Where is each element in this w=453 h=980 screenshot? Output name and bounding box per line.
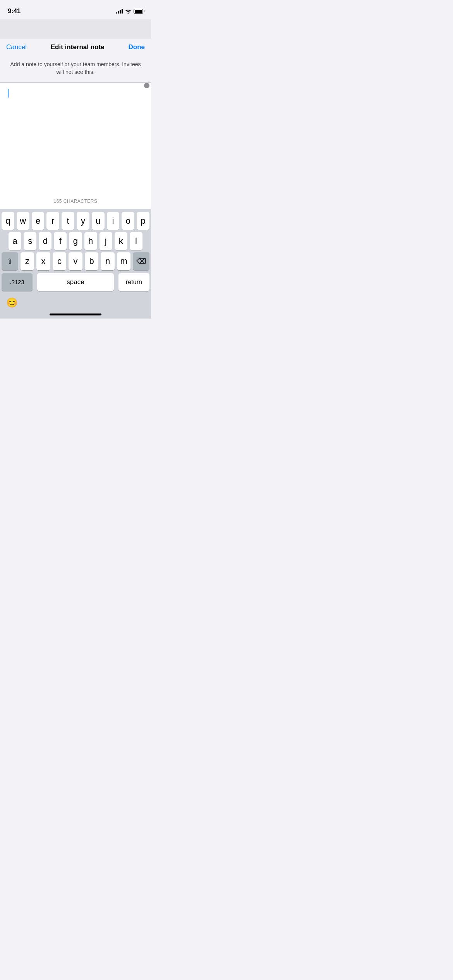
- key-e[interactable]: e: [32, 212, 45, 230]
- key-j[interactable]: j: [100, 232, 112, 250]
- cancel-button[interactable]: Cancel: [6, 43, 27, 51]
- key-h[interactable]: h: [84, 232, 97, 250]
- emoji-button[interactable]: 😊: [6, 297, 18, 308]
- text-cursor: [8, 89, 9, 98]
- key-p[interactable]: p: [137, 212, 149, 230]
- keyboard[interactable]: q w e r t y u i o p a s d f g h j k l ⇧ …: [0, 209, 151, 319]
- page-title: Edit internal note: [51, 43, 105, 51]
- key-k[interactable]: k: [115, 232, 127, 250]
- delete-key[interactable]: ⌫: [133, 252, 149, 270]
- key-n[interactable]: n: [101, 252, 115, 270]
- key-z[interactable]: z: [21, 252, 34, 270]
- home-indicator-area: [0, 314, 151, 319]
- key-w[interactable]: w: [17, 212, 29, 230]
- status-time: 9:41: [8, 7, 21, 15]
- keyboard-row-3: ⇧ z x c v b n m ⌫: [0, 250, 151, 270]
- key-o[interactable]: o: [122, 212, 134, 230]
- return-key[interactable]: return: [118, 273, 149, 291]
- status-icons: [116, 9, 143, 14]
- char-count-area: 165 CHARACTERS: [0, 191, 151, 209]
- wifi-icon: [125, 9, 131, 14]
- key-d[interactable]: d: [39, 232, 51, 250]
- space-key[interactable]: space: [37, 273, 114, 291]
- numbers-key[interactable]: .?123: [2, 273, 33, 291]
- keyboard-row-2: a s d f g h j k l: [0, 230, 151, 250]
- key-g[interactable]: g: [69, 232, 82, 250]
- key-a[interactable]: a: [9, 232, 21, 250]
- description-area: Add a note to yourself or your team memb…: [0, 56, 151, 82]
- key-y[interactable]: y: [77, 212, 89, 230]
- scroll-handle[interactable]: [144, 83, 149, 88]
- key-m[interactable]: m: [117, 252, 131, 270]
- signal-icon: [116, 9, 123, 14]
- key-i[interactable]: i: [107, 212, 120, 230]
- description-text: Add a note to yourself or your team memb…: [9, 60, 142, 76]
- key-t[interactable]: t: [62, 212, 74, 230]
- char-count-label: 165 CHARACTERS: [53, 199, 97, 204]
- key-u[interactable]: u: [92, 212, 105, 230]
- key-f[interactable]: f: [54, 232, 67, 250]
- key-l[interactable]: l: [130, 232, 142, 250]
- key-b[interactable]: b: [85, 252, 99, 270]
- key-c[interactable]: c: [53, 252, 67, 270]
- battery-icon: [134, 9, 143, 14]
- key-v[interactable]: v: [69, 252, 82, 270]
- nav-bar: Cancel Edit internal note Done: [0, 39, 151, 56]
- key-q[interactable]: q: [2, 212, 14, 230]
- key-x[interactable]: x: [36, 252, 50, 270]
- keyboard-bottom-row: .?123 space return: [0, 270, 151, 293]
- keyboard-row-1: q w e r t y u i o p: [0, 209, 151, 230]
- done-button[interactable]: Done: [128, 43, 145, 51]
- text-input-container[interactable]: [0, 83, 151, 191]
- key-r[interactable]: r: [46, 212, 59, 230]
- top-content-bar: [0, 19, 151, 39]
- status-bar: 9:41: [0, 0, 151, 19]
- shift-key[interactable]: ⇧: [2, 252, 18, 270]
- text-input-area[interactable]: [0, 83, 151, 191]
- keyboard-extras: 😊: [0, 293, 151, 310]
- key-s[interactable]: s: [24, 232, 36, 250]
- home-indicator: [50, 314, 101, 315]
